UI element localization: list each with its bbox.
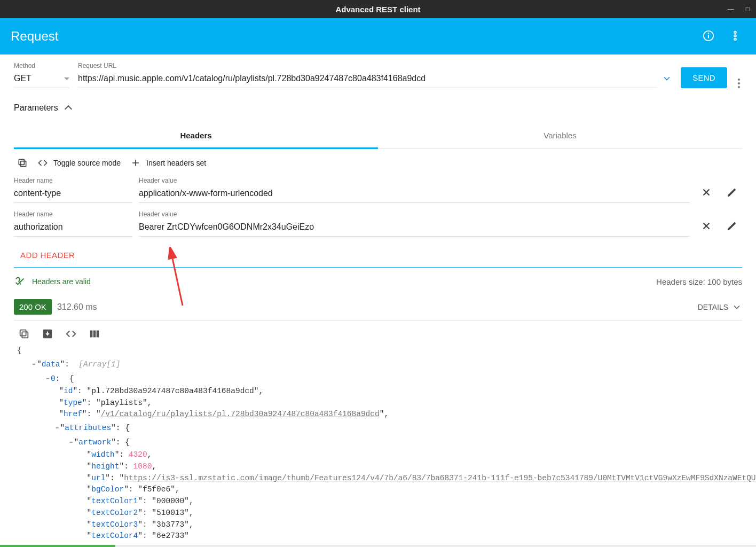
titlebar: Advanced REST client — □ [0,0,756,18]
svg-rect-15 [97,331,99,338]
insert-headers-button[interactable]: Insert headers set [130,158,206,168]
headers-size: Headers size: 100 bytes [656,277,742,286]
svg-point-3 [734,31,736,33]
bottom-progress [0,545,756,547]
header-value-label: Header value [139,177,690,184]
download-response-icon[interactable] [42,328,53,340]
svg-point-2 [708,33,709,33]
svg-rect-6 [21,161,26,167]
add-header-button[interactable]: ADD HEADER [14,244,742,266]
raw-response-icon[interactable] [65,328,77,340]
tab-variables[interactable]: Variables [378,123,742,149]
details-toggle[interactable]: DETAILS [698,302,742,312]
header-name-label: Header name [14,177,132,184]
chevron-down-icon [64,77,69,80]
svg-rect-11 [20,330,26,336]
parameters-label: Parameters [14,103,58,113]
header-row: Header name Header value [14,177,742,203]
svg-rect-7 [19,159,24,165]
status-badge: 200 OK [14,299,52,315]
response-time: 312.60 ms [57,302,97,312]
window-title: Advanced REST client [335,5,420,14]
app-header: Request [0,18,756,54]
svg-rect-13 [90,331,93,338]
edit-header-icon[interactable] [726,220,738,233]
request-more-icon[interactable] [736,79,742,88]
delete-header-icon[interactable] [700,220,712,233]
svg-point-5 [734,38,736,40]
header-row: Header name Header value [14,210,742,237]
maximize-button[interactable]: □ [746,5,750,13]
window-controls: — □ [728,5,750,13]
more-icon[interactable] [729,30,741,43]
svg-point-4 [734,35,736,37]
delete-header-icon[interactable] [700,186,712,200]
method-select[interactable]: GET [14,71,69,88]
chevron-up-icon [65,105,72,113]
columns-icon[interactable] [89,328,100,340]
toggle-source-button[interactable]: Toggle source mode [37,158,121,168]
copy-response-icon[interactable] [18,328,30,340]
url-input[interactable] [78,71,657,88]
header-value-label: Header value [139,210,690,218]
method-label: Method [14,62,69,69]
page-title: Request [11,29,58,44]
url-label: Request URL [78,62,672,69]
copy-headers-button[interactable] [17,158,28,168]
tab-headers[interactable]: Headers [14,123,378,149]
send-button[interactable]: SEND [681,67,727,88]
edit-header-icon[interactable] [726,186,738,200]
header-value-input[interactable] [139,185,690,203]
svg-rect-10 [22,332,28,338]
method-value: GET [14,74,32,83]
parameters-toggle[interactable]: Parameters [14,103,742,113]
url-history-toggle[interactable] [662,73,672,85]
response-body[interactable]: { -"data": [Array[1] -0: { "id": "pl.728… [14,345,742,547]
svg-rect-14 [93,331,96,338]
minimize-button[interactable]: — [728,5,734,13]
info-icon[interactable] [703,30,714,43]
headers-validity: Headers are valid [14,276,91,287]
header-name-label: Header name [14,210,132,218]
header-value-input[interactable] [139,219,690,237]
header-name-input[interactable] [14,219,132,237]
header-name-input[interactable] [14,185,132,203]
